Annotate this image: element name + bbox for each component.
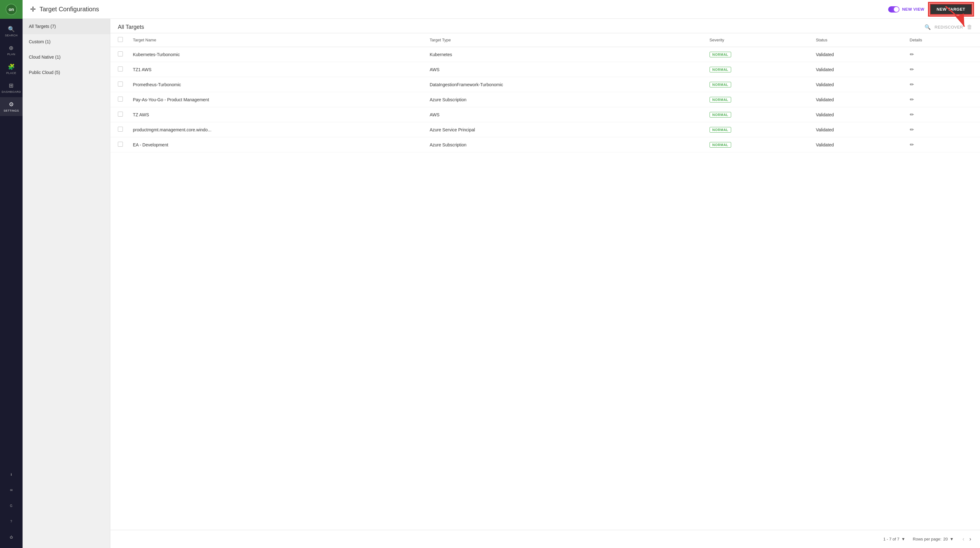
sidebar-item-g[interactable]: G [0, 498, 22, 513]
edit-icon[interactable]: ✏ [910, 67, 914, 72]
row-severity: NORMAL [705, 77, 811, 92]
table-title: All Targets [118, 24, 144, 30]
sidebar-item-help[interactable]: ? [0, 513, 22, 529]
row-checkbox[interactable] [118, 81, 123, 86]
sidebar-nav: 🔍 SEARCH ⊕ PLAN 🧩 PLACE ⊞ DASHBOARD ⚙ SE… [0, 19, 22, 467]
sidebar-item-mail[interactable]: ✉ [0, 482, 22, 498]
row-details: ✏ [905, 62, 980, 77]
table-row: Prometheus-Turbonomic DataIngestionFrame… [110, 77, 980, 92]
table-actions: 🔍 REDISCOVER 🗑 [924, 24, 972, 30]
row-checkbox[interactable] [118, 142, 123, 147]
table-row: Kubernetes-Turbonomic Kubernetes NORMAL … [110, 47, 980, 62]
page-title: Target Configurations [40, 6, 888, 13]
row-status: Validated [811, 77, 904, 92]
row-target-type: AWS [425, 107, 705, 122]
table-header-row: All Targets 🔍 REDISCOVER 🗑 [110, 19, 980, 33]
row-severity: NORMAL [705, 62, 811, 77]
severity-badge: NORMAL [710, 142, 731, 148]
app-logo[interactable]: on [0, 0, 22, 19]
severity-badge: NORMAL [710, 52, 731, 57]
new-target-button[interactable]: NEW TARGET [929, 3, 972, 15]
sidebar-item-plan[interactable]: ⊕ PLAN [0, 41, 22, 60]
rows-per-page-label: Rows per page: [913, 537, 942, 542]
row-target-name: Kubernetes-Turbonomic [128, 47, 425, 62]
sidebar-item-info[interactable]: ℹ [0, 467, 22, 482]
mail-icon: ✉ [10, 488, 13, 492]
table-row: TZ1 AWS AWS NORMAL Validated ✏ [110, 62, 980, 77]
row-target-name: Pay-As-You-Go - Product Management [128, 92, 425, 107]
sidebar-item-power[interactable]: ⏻ [0, 529, 22, 545]
col-header-severity: Severity [705, 33, 811, 47]
row-severity: NORMAL [705, 47, 811, 62]
row-status: Validated [811, 62, 904, 77]
col-header-status: Status [811, 33, 904, 47]
rediscover-button[interactable]: REDISCOVER [935, 25, 963, 29]
row-details: ✏ [905, 107, 980, 122]
sidebar-item-search[interactable]: 🔍 SEARCH [0, 22, 22, 41]
row-checkbox[interactable] [118, 112, 123, 116]
search-icon: 🔍 [8, 26, 15, 33]
table-row: TZ AWS AWS NORMAL Validated ✏ [110, 107, 980, 122]
col-header-target-name: Target Name [128, 33, 425, 47]
pagination-text: 1 - 7 of 7 [883, 537, 899, 542]
row-details: ✏ [905, 77, 980, 92]
topbar-actions: NEW VIEW NEW TARGET [888, 3, 972, 15]
new-view-switch[interactable] [888, 6, 899, 13]
next-page-button[interactable]: › [968, 535, 972, 543]
row-checkbox[interactable] [118, 97, 123, 102]
search-icon[interactable]: 🔍 [924, 24, 931, 30]
row-status: Validated [811, 107, 904, 122]
table-row: EA - Development Azure Subscription NORM… [110, 137, 980, 152]
row-checkbox-cell [110, 92, 128, 107]
row-checkbox[interactable] [118, 51, 123, 56]
sidebar-item-place[interactable]: 🧩 PLACE [0, 60, 22, 78]
toggle-knob [894, 7, 899, 12]
sidebar-item-dashboard[interactable]: ⊞ DASHBOARD [0, 78, 22, 97]
severity-badge: NORMAL [710, 112, 731, 118]
prev-page-button[interactable]: ‹ [961, 535, 966, 543]
delete-icon[interactable]: 🗑 [967, 24, 972, 30]
table-footer: 1 - 7 of 7 ▼ Rows per page: 20 ▼ ‹ › [110, 530, 980, 548]
edit-icon[interactable]: ✏ [910, 97, 914, 102]
rows-per-page-dropdown-icon[interactable]: ▼ [950, 537, 954, 542]
col-header-details: Details [905, 33, 980, 47]
severity-badge: NORMAL [710, 97, 731, 102]
dashboard-icon: ⊞ [9, 82, 14, 89]
settings-icon: ⚙ [9, 101, 14, 108]
pagination-nav: ‹ › [961, 535, 972, 543]
row-target-type: Azure Service Principal [425, 122, 705, 137]
row-target-type: Azure Subscription [425, 92, 705, 107]
row-target-name: productmgmt.management.core.windo... [128, 122, 425, 137]
sidebar-item-settings[interactable]: ⚙ SETTINGS [0, 97, 22, 116]
pagination-info: 1 - 7 of 7 ▼ [883, 537, 905, 542]
pagination-dropdown-icon[interactable]: ▼ [901, 537, 905, 542]
edit-icon[interactable]: ✏ [910, 112, 914, 117]
left-panel-item-public-cloud[interactable]: Public Cloud (5) [22, 65, 110, 80]
left-panel-item-cloud-native[interactable]: Cloud Native (1) [22, 49, 110, 65]
row-details: ✏ [905, 92, 980, 107]
severity-badge: NORMAL [710, 67, 731, 72]
new-view-toggle[interactable]: NEW VIEW [888, 6, 924, 13]
row-target-type: Kubernetes [425, 47, 705, 62]
plan-icon: ⊕ [9, 45, 14, 51]
left-panel-item-custom[interactable]: Custom (1) [22, 34, 110, 49]
row-checkbox-cell [110, 122, 128, 137]
row-target-name: EA - Development [128, 137, 425, 152]
targets-table: Target Name Target Type Severity Status … [110, 33, 980, 152]
select-all-checkbox[interactable] [118, 37, 123, 42]
row-severity: NORMAL [705, 137, 811, 152]
logo-circle: on [6, 4, 17, 15]
row-checkbox[interactable] [118, 67, 123, 72]
edit-icon[interactable]: ✏ [910, 142, 914, 147]
rows-per-page-value: 20 [943, 537, 948, 542]
edit-icon[interactable]: ✏ [910, 52, 914, 57]
row-checkbox-cell [110, 77, 128, 92]
edit-icon[interactable]: ✏ [910, 82, 914, 87]
row-checkbox-cell [110, 137, 128, 152]
edit-icon[interactable]: ✏ [910, 127, 914, 132]
left-panel-item-all[interactable]: All Targets (7) [22, 19, 110, 34]
table-row: Pay-As-You-Go - Product Management Azure… [110, 92, 980, 107]
row-details: ✏ [905, 47, 980, 62]
row-status: Validated [811, 137, 904, 152]
row-checkbox[interactable] [118, 127, 123, 132]
